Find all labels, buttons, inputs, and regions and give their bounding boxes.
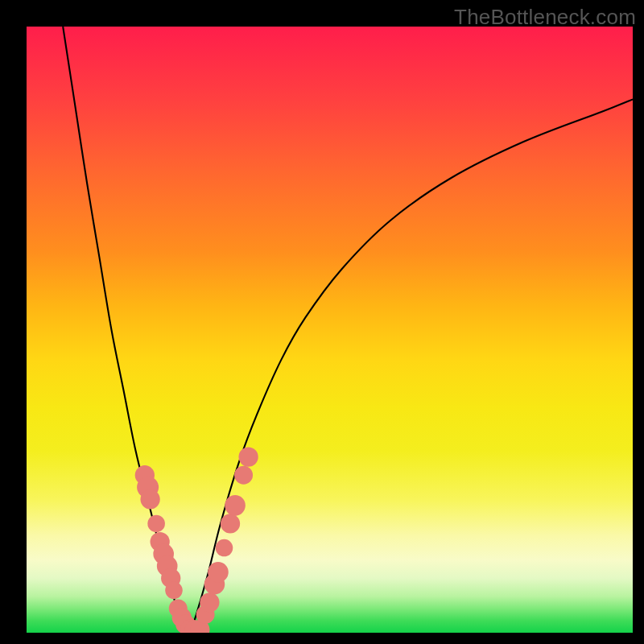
marker-group <box>135 447 258 633</box>
data-marker <box>165 582 183 600</box>
watermark-text: TheBottleneck.com <box>454 5 636 30</box>
left-branch-curve <box>63 27 190 633</box>
plot-area <box>27 27 633 633</box>
data-marker <box>200 592 219 612</box>
chart-frame: TheBottleneck.com <box>0 0 644 644</box>
right-branch-curve <box>190 99 633 633</box>
chart-svg <box>27 27 633 633</box>
data-marker <box>147 515 165 533</box>
data-marker <box>140 489 159 509</box>
data-marker <box>234 466 253 485</box>
data-marker <box>208 562 229 583</box>
data-marker <box>221 514 240 533</box>
data-marker <box>216 539 233 557</box>
data-marker <box>238 447 258 466</box>
data-marker <box>225 495 246 516</box>
